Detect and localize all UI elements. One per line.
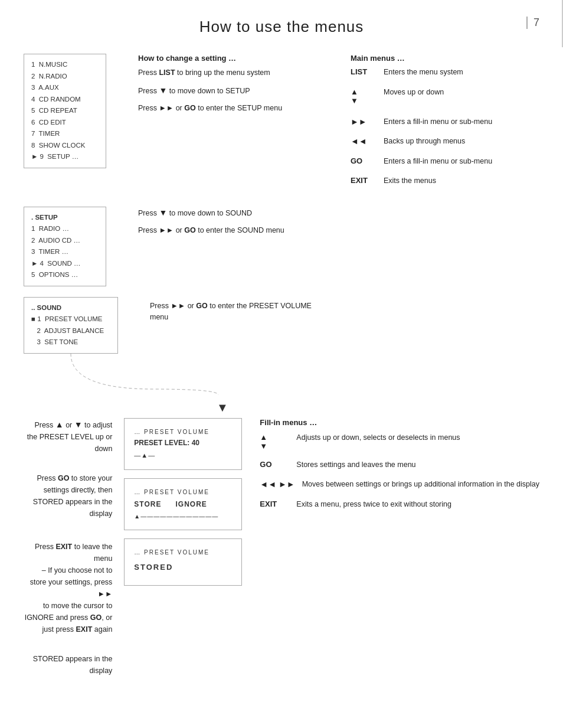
display-stored: STORED [134, 561, 232, 574]
main-menu-row-exit: EXIT Exits the menus [351, 176, 539, 187]
setup-instructions: Press ▼ to move down to SOUND Press ►► o… [120, 207, 351, 242]
fill-up-arrow: ▲ [260, 433, 267, 442]
main-menu-row-go: GO Enters a fill-in menu or sub-menu [351, 156, 539, 167]
display-dots-1: … PRESET VOLUME [134, 427, 232, 437]
main-menu-row-rew: ◄◄ Backs up through menus [351, 136, 539, 147]
bottom-step-1: Press ▲ or ▼ to adjust the PRESET LEVEL … [24, 418, 112, 455]
up-arrow: ▲ [351, 87, 358, 96]
key-rew: ◄◄ [351, 136, 374, 146]
setup-menu-items: . SETUP 1 RADIO … 2 AUDIO CD … 3 TIMER …… [31, 212, 99, 281]
fill-key-go: GO [260, 460, 289, 469]
bottom-instructions: Press ▲ or ▼ to adjust the PRESET LEVEL … [24, 418, 124, 683]
display-cursor-1: —▲— [134, 450, 232, 461]
key-exit: EXIT [351, 176, 374, 185]
fill-desc-exit: Exits a menu, press twice to exit withou… [296, 500, 451, 510]
main-menu-row-arrows: ▲ ▼ Moves up or down [351, 87, 539, 105]
main-menus-section: Main menus … LIST Enters the menu system… [351, 54, 539, 196]
display-box-store-ignore: … PRESET VOLUME STORE IGNORE ▲——————————… [124, 478, 242, 530]
display-preset-level: PRESET LEVEL: 40 [134, 437, 232, 449]
display-ignore: IGNORE [175, 498, 207, 510]
display-cursor-2: ▲———————————— [134, 511, 232, 521]
sound-instructions: Press ►► or GO to enter the PRESET VOLUM… [132, 297, 351, 329]
how-to-change-section: How to change a setting … Press LIST to … [120, 54, 351, 120]
desc-list: Enters the menu system [384, 67, 463, 78]
fill-key-arrows: ◄◄ ►► [260, 479, 294, 489]
how-to-step-6: Press ►► or GO to enter the PRESET VOLUM… [150, 301, 333, 323]
display-boxes: … PRESET VOLUME PRESET LEVEL: 40 —▲— … P… [124, 418, 242, 586]
fill-key-exit: EXIT [260, 500, 289, 508]
desc-rew: Backs up through menus [384, 136, 465, 147]
key-list: LIST [351, 67, 374, 76]
display-dots-2: … PRESET VOLUME [134, 487, 232, 497]
fill-down-arrow: ▼ [260, 442, 267, 450]
page-title: How to use the menus [24, 12, 539, 54]
how-to-step-3: Press ►► or GO to enter the SETUP menu [138, 103, 333, 114]
desc-exit: Exits the menus [384, 176, 436, 187]
down-arrow-connector: ▼ [217, 401, 228, 414]
how-to-title: How to change a setting … [138, 54, 333, 63]
desc-go: Enters a fill-in menu or sub-menu [384, 156, 492, 167]
fill-desc-updown: Adjusts up or down, selects or deselects… [296, 433, 460, 443]
desc-ff: Enters a fill-in menu or sub-menu [384, 117, 492, 128]
display-dots-3: … PRESET VOLUME [134, 547, 232, 557]
fill-menu-row-arrows: ◄◄ ►► Moves between settings or brings u… [260, 479, 539, 490]
bottom-step-2: Press GO to store your settings directly… [24, 472, 112, 520]
page-number: 7 [526, 17, 539, 29]
how-to-step-4: Press ▼ to move down to SOUND [138, 207, 333, 219]
fill-menus-title: Fill-in menus … [260, 418, 539, 427]
main-menu-row-list: LIST Enters the menu system [351, 67, 539, 78]
main-menu-row-ff: ►► Enters a fill-in menu or sub-menu [351, 117, 539, 128]
bottom-step-4: STORED appears in the display [24, 653, 112, 677]
menu-item: 1 N.MUSIC 2 N.RADIO 3 A.AUX 4 CD RANDOM … [31, 59, 99, 163]
desc-updown: Moves up or down [384, 87, 444, 98]
key-go: GO [351, 156, 374, 165]
key-ff: ►► [351, 117, 374, 126]
fill-desc-go: Stores settings and leaves the menu [296, 460, 415, 471]
how-to-step-2: Press ▼ to move down to SETUP [138, 84, 333, 97]
fill-menus-section: Fill-in menus … ▲ ▼ Adjusts up or down, … [242, 418, 539, 520]
fill-desc-arrows: Moves between settings or brings up addi… [302, 479, 539, 490]
fill-menu-row-updown: ▲ ▼ Adjusts up or down, selects or desel… [260, 433, 539, 450]
display-store: STORE [134, 498, 161, 510]
fill-menu-row-go: GO Stores settings and leaves the menu [260, 460, 539, 471]
menu-box-setup: . SETUP 1 RADIO … 2 AUDIO CD … 3 TIMER …… [24, 207, 106, 286]
fill-menu-row-exit: EXIT Exits a menu, press twice to exit w… [260, 500, 539, 510]
menu-box-main: 1 N.MUSIC 2 N.RADIO 3 A.AUX 4 CD RANDOM … [24, 54, 106, 168]
menu-box-sound: .. SOUND ■ 1 PRESET VOLUME 2 ADJUST BALA… [24, 297, 118, 354]
how-to-step-1: Press LIST to bring up the menu system [138, 67, 333, 79]
how-to-step-5: Press ►► or GO to enter the SOUND menu [138, 225, 333, 236]
main-menus-title: Main menus … [351, 54, 539, 63]
bottom-step-3: Press EXIT to leave the menu – If you ch… [24, 541, 112, 635]
display-box-preset-level: … PRESET VOLUME PRESET LEVEL: 40 —▲— [124, 418, 242, 470]
sound-menu-items: .. SOUND ■ 1 PRESET VOLUME 2 ADJUST BALA… [31, 302, 110, 348]
display-box-stored: … PRESET VOLUME STORED [124, 538, 242, 586]
down-arrow: ▼ [351, 96, 358, 105]
